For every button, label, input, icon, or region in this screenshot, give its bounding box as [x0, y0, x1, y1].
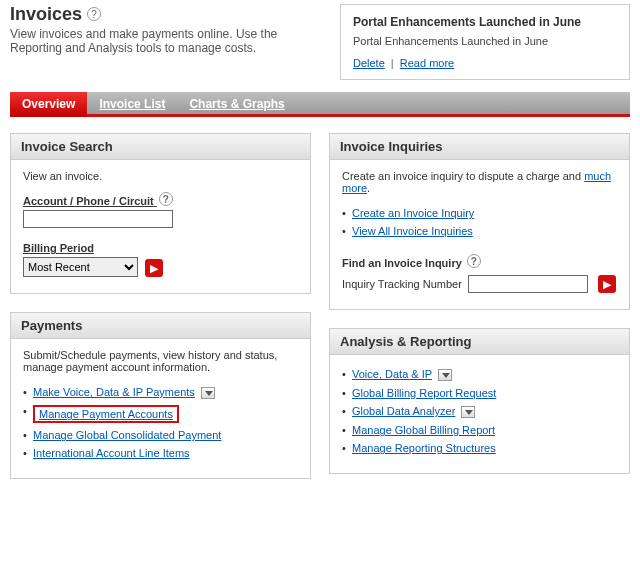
list-item: Manage Global Billing Report	[342, 421, 617, 439]
help-icon[interactable]: ?	[159, 192, 173, 206]
panel-title: Invoice Search	[11, 134, 310, 160]
dropdown-icon[interactable]	[201, 387, 215, 399]
go-button[interactable]: ▶	[145, 259, 163, 277]
invoice-search-desc: View an invoice.	[23, 170, 298, 182]
manage-reporting-structures-link[interactable]: Manage Reporting Structures	[352, 442, 496, 454]
dropdown-icon[interactable]	[461, 406, 475, 418]
list-item: View All Invoice Inquiries	[342, 222, 617, 240]
panel-title: Payments	[11, 313, 310, 339]
panel-title: Analysis & Reporting	[330, 329, 629, 355]
portal-title: Portal Enhancements Launched in June	[353, 15, 617, 29]
list-item: Voice, Data & IP	[342, 365, 617, 384]
tab-overview[interactable]: Overview	[10, 92, 87, 117]
intl-account-link[interactable]: International Account Line Items	[33, 447, 190, 459]
tab-charts-graphs[interactable]: Charts & Graphs	[177, 93, 296, 115]
global-billing-request-link[interactable]: Global Billing Report Request	[352, 387, 496, 399]
inquiries-desc: Create an invoice inquiry to dispute a c…	[342, 170, 617, 194]
separator: |	[391, 57, 394, 69]
payments-panel: Payments Submit/Schedule payments, view …	[10, 312, 311, 479]
payments-desc: Submit/Schedule payments, view history a…	[23, 349, 298, 373]
help-icon[interactable]: ?	[87, 7, 101, 21]
list-item: Manage Reporting Structures	[342, 439, 617, 457]
global-data-analyzer-link[interactable]: Global Data Analyzer	[352, 405, 455, 417]
list-item: Global Billing Report Request	[342, 384, 617, 402]
list-item: Make Voice, Data & IP Payments	[23, 383, 298, 402]
go-button[interactable]: ▶	[598, 275, 616, 293]
view-all-inquiries-link[interactable]: View All Invoice Inquiries	[352, 225, 473, 237]
tab-invoice-list[interactable]: Invoice List	[87, 93, 177, 115]
account-input[interactable]	[23, 210, 173, 228]
list-item: International Account Line Items	[23, 444, 298, 462]
list-item: Create an Invoice Inquiry	[342, 204, 617, 222]
voice-data-ip-link[interactable]: Voice, Data & IP	[352, 368, 432, 380]
dropdown-icon[interactable]	[438, 369, 452, 381]
list-item: Global Data Analyzer	[342, 402, 617, 421]
invoice-search-panel: Invoice Search View an invoice. Account …	[10, 133, 311, 294]
manage-payment-accounts-link[interactable]: Manage Payment Accounts	[39, 408, 173, 420]
help-icon[interactable]: ?	[467, 254, 481, 268]
billing-period-label: Billing Period	[23, 242, 298, 254]
portal-delete-link[interactable]: Delete	[353, 57, 385, 69]
portal-body: Portal Enhancements Launched in June	[353, 35, 617, 47]
make-payments-link[interactable]: Make Voice, Data & IP Payments	[33, 386, 195, 398]
find-inquiry-label: Find an Invoice Inquiry ?	[342, 254, 617, 269]
portal-notice: Portal Enhancements Launched in June Por…	[340, 4, 630, 80]
portal-readmore-link[interactable]: Read more	[400, 57, 454, 69]
tracking-number-label: Inquiry Tracking Number	[342, 278, 462, 290]
invoice-inquiries-panel: Invoice Inquiries Create an invoice inqu…	[329, 133, 630, 310]
page-title: Invoices	[10, 4, 82, 25]
manage-global-payment-link[interactable]: Manage Global Consolidated Payment	[33, 429, 221, 441]
tracking-number-input[interactable]	[468, 275, 588, 293]
panel-title: Invoice Inquiries	[330, 134, 629, 160]
manage-global-billing-link[interactable]: Manage Global Billing Report	[352, 424, 495, 436]
billing-period-select[interactable]: Most Recent	[23, 257, 138, 277]
list-item: Manage Payment Accounts	[23, 402, 298, 426]
page-subtitle: View invoices and make payments online. …	[10, 27, 310, 55]
account-label: Account / Phone / Circuit ?	[23, 192, 298, 207]
analysis-reporting-panel: Analysis & Reporting Voice, Data & IP Gl…	[329, 328, 630, 474]
tabs-bar: OverviewInvoice ListCharts & Graphs	[10, 92, 630, 117]
create-inquiry-link[interactable]: Create an Invoice Inquiry	[352, 207, 474, 219]
list-item: Manage Global Consolidated Payment	[23, 426, 298, 444]
highlighted-link-box: Manage Payment Accounts	[33, 405, 179, 423]
